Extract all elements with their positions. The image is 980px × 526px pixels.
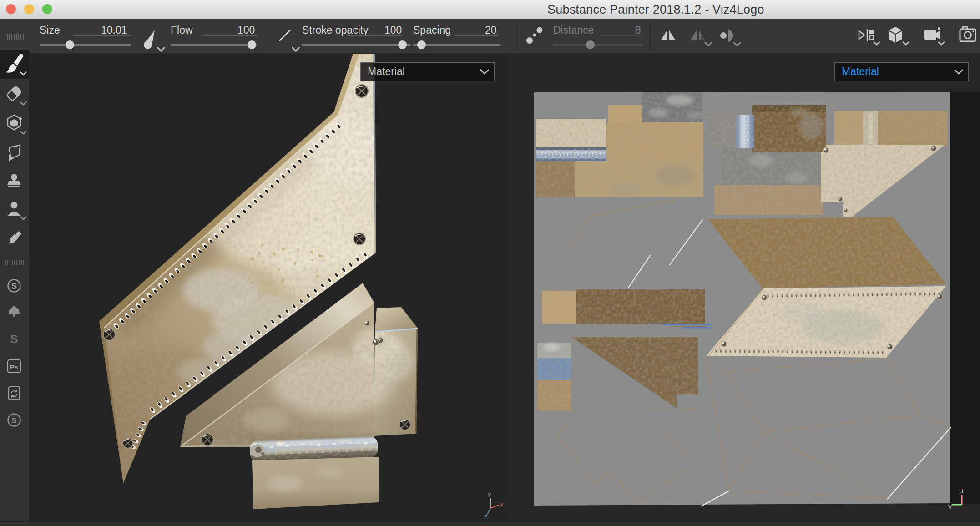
svg-text:S: S xyxy=(11,416,16,425)
svg-text:X: X xyxy=(500,502,504,508)
svg-text:Z: Z xyxy=(484,514,487,521)
svg-text:U: U xyxy=(959,488,963,495)
svg-text:Y: Y xyxy=(488,492,491,499)
svg-text:S: S xyxy=(10,332,18,346)
svg-text:V: V xyxy=(948,503,952,510)
svg-text:S: S xyxy=(11,282,17,291)
svg-text:x: x xyxy=(700,34,704,41)
svg-text:Ps: Ps xyxy=(10,363,18,371)
